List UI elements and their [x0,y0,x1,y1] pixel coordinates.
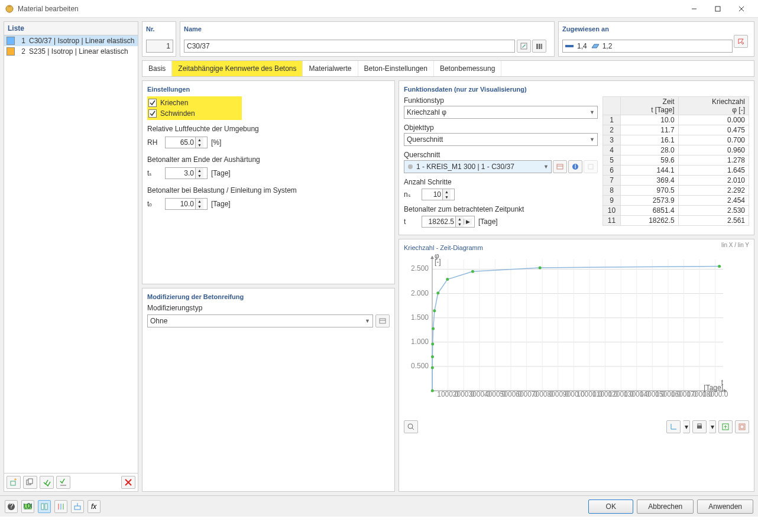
svg-point-77 [431,390,434,392]
svg-point-87 [718,265,721,268]
tab-2[interactable]: Materialwerte [303,61,358,76]
svg-point-81 [432,327,435,330]
svg-point-78 [431,366,434,369]
table-row: 106851.42.530 [603,206,749,216]
kriechen-checkbox[interactable]: Kriechen [148,98,241,108]
steps-input[interactable]: ▲▼ [422,189,455,200]
apply-button[interactable]: Anwenden [697,499,753,514]
svg-text:0,00: 0,00 [24,502,32,510]
units-button[interactable]: 0,00 [21,500,34,513]
bar-icon [565,43,574,49]
otype-select[interactable]: Querschnitt▼ [404,133,598,146]
library-button[interactable] [532,40,546,53]
chart-axis-button[interactable] [666,420,681,433]
view2-button[interactable] [54,500,67,513]
ok-button[interactable]: OK [588,499,633,514]
surface-icon [591,43,599,49]
copy-item-button[interactable] [23,476,37,489]
svg-rect-1 [8,5,11,7]
table-row: 7369.42.010 [603,176,749,186]
schwinden-checkbox[interactable]: Schwinden [148,108,241,119]
chart-maximize-button[interactable] [735,420,749,433]
maximize-button[interactable] [706,0,730,18]
svg-rect-96 [740,425,744,429]
qs-info-button[interactable]: i [568,160,582,173]
func-header: Funktionsdaten (nur zur Visualisierung) [404,86,749,93]
cancel-button[interactable]: Abbrechen [637,499,694,514]
close-button[interactable] [730,0,753,18]
chart-svg: 0.5001.0001.5002.0002.5001000.02000.0300… [404,252,735,418]
mod-type-select[interactable]: Ohne▼ [147,314,373,327]
svg-text:fx: fx [91,502,97,511]
ftype-select[interactable]: Kriechzahl φ▼ [404,106,598,119]
color-swatch [7,37,15,45]
tab-1[interactable]: Zeitabhängige Kennwerte des Betons [172,61,303,76]
delete-item-button[interactable] [121,476,135,489]
svg-text:[Tage]: [Tage] [704,384,723,392]
svg-rect-8 [28,479,33,484]
svg-text:1.000: 1.000 [411,338,429,346]
minimize-button[interactable] [682,0,706,18]
svg-text:2.500: 2.500 [411,264,429,273]
color-swatch [7,47,15,56]
table-row: 110.00.000 [603,115,749,125]
tab-0[interactable]: Basis [142,61,172,76]
qs-library-button[interactable] [553,160,567,173]
table-row: 92573.92.454 [603,196,749,206]
mod-settings-button[interactable] [375,314,390,327]
otype-label: Objekttyp [404,124,598,132]
svg-point-85 [471,270,474,273]
check-button-2[interactable] [56,476,70,489]
nr-input[interactable] [146,40,173,53]
pick-assigned-button[interactable] [734,35,748,48]
help-button[interactable]: ? [5,500,18,513]
fx-button[interactable]: fx [88,500,101,513]
svg-point-79 [431,355,434,358]
table-row: 211.70.475 [603,125,749,135]
mod-header: Modifizierung der Betonreifung [147,293,390,300]
check-button-1[interactable] [40,476,54,489]
view3-button[interactable] [71,500,84,513]
chart-zoom-button[interactable] [404,420,418,433]
qs-select[interactable]: 1 - KREIS_M1 300 | 1 - C30/37▼ [404,160,552,173]
table-row: 559.61.278 [603,155,749,166]
ftype-label: Funktionstyp [404,96,598,105]
chart-print-menu[interactable]: ▾ [709,420,716,433]
assigned-input[interactable]: 1,4 1,2 [562,40,733,53]
svg-text:0.500: 0.500 [411,362,429,370]
svg-point-19 [408,164,413,169]
table-row: 8970.52.292 [603,186,749,196]
chart-print-button[interactable] [692,420,707,433]
tab-4[interactable]: Betonbemessung [434,61,501,76]
new-item-button[interactable] [7,476,21,489]
svg-point-80 [431,343,434,346]
svg-rect-101 [41,504,44,510]
t0-input[interactable]: ▲▼ [165,198,208,210]
svg-rect-20 [557,164,563,169]
qs-pick-button [584,160,598,173]
svg-rect-3 [715,7,720,11]
chart-axis-menu[interactable]: ▾ [683,420,690,433]
t0-label: Betonalter bei Belastung / Einleitung im… [147,186,390,194]
app-icon [5,4,14,14]
view1-button[interactable] [38,500,51,513]
list-item[interactable]: 1C30/37 | Isotrop | Linear elastisch [4,35,138,46]
rh-label: Relative Luftfeuchte der Umgebung [147,125,390,133]
svg-point-88 [408,424,413,429]
svg-text:i: i [575,163,576,170]
chart-export-button[interactable] [718,420,733,433]
list-item[interactable]: 2S235 | Isotrop | Linear elastisch [4,46,138,57]
edit-name-button[interactable] [517,40,531,53]
svg-rect-102 [45,504,47,510]
table-row: 428.00.960 [603,145,749,155]
table-row: 1118262.52.561 [603,216,749,226]
ts-input[interactable]: ▲▼ [165,167,208,179]
name-input[interactable] [184,40,515,53]
rh-input[interactable]: ▲▼ [165,137,208,148]
window-title: Material bearbeiten [18,5,682,13]
table-row: 6144.11.645 [603,166,749,176]
svg-text:1.500: 1.500 [411,313,429,322]
t-input[interactable]: ▲▼▶ [422,216,475,228]
ts-label: Betonalter am Ende der Aushärtung [147,155,390,164]
tab-3[interactable]: Beton-Einstellungen [358,61,434,76]
